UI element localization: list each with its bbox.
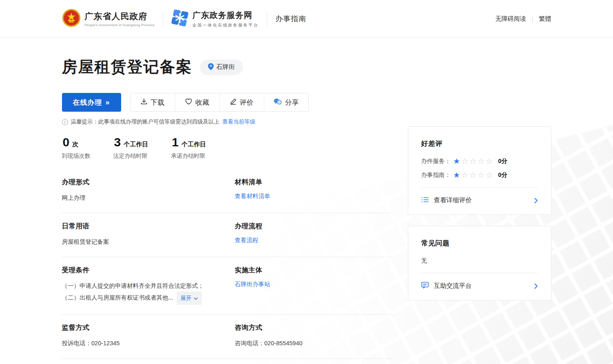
section-handling-form: 办理形式 网上办理 [62,178,235,203]
header-divider-2 [267,11,267,26]
section-title: 材料清单 [235,178,393,187]
page-title: 房屋租赁登记备案 [62,57,193,77]
chevron-down-icon [194,293,198,304]
online-apply-label: 在线办理 [73,98,102,107]
section-common-name: 日常用语 房屋租赁登记备案 [62,222,235,247]
section-content: 房屋租赁登记备案 [62,236,235,247]
condition-line-2-text: （二）出租人与房屋所有权证书或者其他... [62,294,173,301]
star-rating[interactable]: ★☆☆☆☆ [453,171,494,179]
info-icon [62,119,68,125]
stat-promise-unit: 个工作日 [181,141,206,148]
section-title: 日常用语 [62,222,235,231]
share-label: 分享 [285,98,299,107]
expand-button[interactable]: 展开 [177,291,202,305]
stat-legal-unit: 个工作日 [124,141,148,148]
condition-line-1: （一）申请人提交的申请材料齐全并且符合法定形式； [62,280,235,291]
accessibility-link[interactable]: 无障碍阅读 [496,15,526,23]
favorite-button[interactable]: 收藏 [175,93,219,111]
download-label: 下载 [150,98,164,107]
view-detailed-reviews-link[interactable]: 查看详细评价 [421,187,538,205]
view-trust-level-link[interactable]: 查看当前等级 [222,118,255,126]
portal-title: 广东政务服务网 [193,10,259,21]
section-title: 监督方式 [62,323,235,332]
faq-content: 无 [421,257,538,265]
mutual-help-platform-link[interactable]: 互助交流平台 [421,273,538,290]
stat-visits-value: 0 [63,135,70,149]
sidebar: 好差评 办件服务： ★☆☆☆☆ 0分 办事指南： ★☆☆☆☆ 0分 [408,126,551,311]
stats-bar: 0 次 到现场次数 3 个工作日 法定办结时限 1 个工作日 [62,135,393,160]
view-process-link[interactable]: 查看流程 [235,237,259,243]
section-title: 办理流程 [235,222,393,231]
star-filled-icon: ★ [453,171,461,179]
implementing-body-link[interactable]: 石牌街办事站 [235,281,270,287]
stat-legal-label: 法定办结时限 [113,152,148,160]
rating-card: 好差评 办件服务： ★☆☆☆☆ 0分 办事指南： ★☆☆☆☆ 0分 [408,126,551,215]
faq-card: 常见问题 无 互助交流平台 [408,226,551,300]
view-material-list-link[interactable]: 查看材料清单 [235,193,270,199]
favorite-label: 收藏 [195,98,209,107]
section-row-2: 日常用语 房屋租赁登记备案 办理流程 查看流程 [62,213,393,257]
portal-subtitle: 全国一体化在线政务服务平台 [193,22,259,28]
rating-guide-label: 办事指南： [421,171,451,179]
hero: 房屋租赁登记备案 石牌街 [62,38,551,77]
section-row-5: 办理窗口 石牌街道综合保障中心 办理地点：天河区石牌东路127号（积分制业务为5… [62,359,393,364]
download-button[interactable]: 下载 [131,93,175,111]
share-chat-bubbles-icon [274,98,282,107]
rating-guide-score: 0分 [498,171,507,179]
rating-row-guide: 办事指南： ★☆☆☆☆ 0分 [421,171,538,179]
view-detailed-reviews-label: 查看详细评价 [434,196,472,205]
online-apply-button[interactable]: 在线办理 » [62,93,121,112]
review-label: 评价 [240,98,254,107]
header-logos: 广东省人民政府 People's Government of Guangdong… [62,9,307,29]
header-links: 无障碍阅读 | 繁體 [496,15,551,23]
section-implementing-body: 实施主体 石牌街办事站 [235,266,393,305]
section-content: 网上办理 [62,192,235,203]
notice-bar: 温馨提示：此事项在线办理的账户可信等级需达到四级及以上 查看当前等级 [62,118,551,126]
rating-card-title: 好差评 [421,139,538,148]
double-arrow-icon: » [106,98,110,107]
chevron-right-icon [534,198,538,203]
stat-visits-label: 到现场次数 [62,152,91,160]
section-title: 办理形式 [62,178,235,187]
review-button[interactable]: 评价 [219,93,264,111]
stat-legal-limit: 3 个工作日 法定办结时限 [113,135,148,160]
stat-promise-label: 承诺办结时限 [171,152,206,160]
section-acceptance-conditions: 受理条件 （一）申请人提交的申请材料齐全并且符合法定形式； （二）出租人与房屋所… [62,266,235,305]
chevron-right-icon [534,283,538,289]
list-icon [421,196,429,205]
secondary-actions: 下载 收藏 评价 [130,93,309,112]
stat-promise-value: 1 [172,135,179,149]
gov-title: 广东省人民政府 [85,11,155,22]
section-title: 受理条件 [62,266,235,275]
faq-card-title: 常见问题 [421,238,538,248]
section-title: 咨询方式 [235,323,393,332]
expand-label: 展开 [181,293,192,304]
location-label: 石牌街 [217,63,235,71]
consultation-phone: 咨询电话：020-85545940 [235,338,393,349]
section-row-3: 受理条件 （一）申请人提交的申请材料齐全并且符合法定形式； （二）出租人与房屋所… [62,257,393,315]
star-filled-icon: ★ [453,157,461,165]
notice-text: 温馨提示：此事项在线办理的账户可信等级需达到四级及以上 [71,118,220,126]
section-material-list: 材料清单 查看材料清单 [235,178,393,203]
mutual-help-platform-label: 互助交流平台 [434,282,472,290]
stat-promise-limit: 1 个工作日 承诺办结时限 [171,135,206,160]
section-title: 实施主体 [235,266,393,275]
star-rating[interactable]: ★☆☆☆☆ [453,157,494,165]
portal-logo[interactable]: 广东政务服务网 全国一体化在线政务服务平台 [171,9,259,28]
share-button[interactable]: 分享 [264,93,308,111]
chat-bubble-icon [421,282,429,290]
section-consultation: 咨询方式 咨询电话：020-85545940 [235,323,393,349]
traditional-chinese-link[interactable]: 繁體 [539,15,551,23]
gov-subtitle: People's Government of Guangdong Provinc… [85,23,155,27]
national-emblem-icon [62,9,81,29]
section-process: 办理流程 查看流程 [235,222,393,247]
location-pin-icon [208,63,214,71]
section-supervision: 监督方式 投诉电话：020-12345 [62,323,235,349]
location-pill[interactable]: 石牌街 [200,60,243,75]
gov-logo[interactable]: 广东省人民政府 People's Government of Guangdong… [62,9,155,29]
portal-pinwheel-icon [171,9,188,28]
download-icon [141,98,147,107]
stat-visits-unit: 次 [72,141,78,148]
site-header: 广东省人民政府 People's Government of Guangdong… [0,0,613,38]
rating-row-service: 办件服务： ★☆☆☆☆ 0分 [421,157,538,165]
